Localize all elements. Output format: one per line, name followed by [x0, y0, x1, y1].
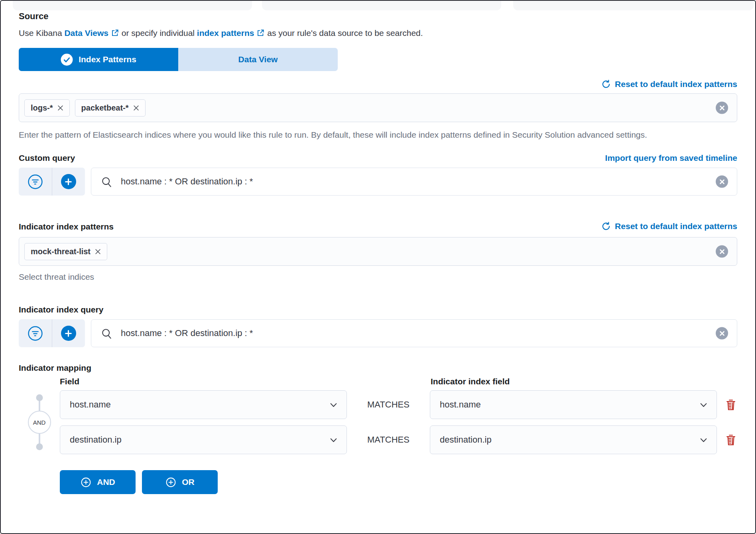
- refresh-icon: [601, 221, 611, 231]
- custom-query-input[interactable]: host.name : * OR destination.ip : *: [91, 168, 737, 196]
- indicator-field-select-value: host.name: [440, 400, 481, 410]
- trash-icon: [724, 398, 737, 411]
- delete-mapping-row-button[interactable]: [724, 433, 737, 447]
- chevron-down-icon: [699, 400, 709, 410]
- query-text: host.name : * OR destination.ip : *: [121, 328, 253, 338]
- source-title: Source: [19, 11, 737, 22]
- mapping-actions: AND OR: [60, 470, 737, 494]
- search-icon: [101, 328, 112, 339]
- clear-combobox-button[interactable]: [716, 245, 728, 258]
- remove-tag-icon[interactable]: [133, 105, 139, 111]
- external-link-icon: [111, 29, 119, 37]
- data-views-link[interactable]: Data Views: [64, 28, 119, 38]
- source-type-toggle: Index Patterns Data View: [19, 48, 338, 71]
- indicator-pattern-tag: mock-threat-list: [24, 243, 107, 260]
- remove-tag-icon[interactable]: [95, 249, 101, 255]
- matches-operator: MATCHES: [347, 435, 430, 445]
- source-description: Use Kibana Data Views or specify individ…: [19, 27, 737, 39]
- add-or-button[interactable]: OR: [142, 470, 218, 494]
- indicator-field-select-value: destination.ip: [440, 435, 492, 445]
- delete-mapping-row-button[interactable]: [724, 398, 737, 411]
- add-and-button[interactable]: AND: [60, 470, 136, 494]
- clear-query-button[interactable]: [716, 176, 728, 188]
- indicator-index-patterns-label: Indicator index patterns: [19, 222, 114, 231]
- connector-and-badge: AND: [28, 411, 51, 434]
- mapping-row: host.name MATCHES host.name: [19, 390, 737, 419]
- indicator-mapping-label: Indicator mapping: [19, 363, 91, 372]
- mapping-rows: AND host.name MATCHES host.name: [19, 390, 737, 454]
- toggle-label: Index Patterns: [79, 55, 136, 64]
- custom-query-bar: host.name : * OR destination.ip : *: [19, 168, 737, 196]
- clear-icon: [719, 330, 725, 336]
- index-patterns-help-text: Enter the pattern of Elasticsearch indic…: [19, 129, 737, 141]
- top-fragment: [513, 0, 754, 10]
- field-select-value: destination.ip: [70, 435, 122, 445]
- rule-source-panel: Source Use Kibana Data Views or specify …: [0, 0, 756, 534]
- plus-circle-icon: [80, 477, 92, 488]
- field-select[interactable]: host.name: [60, 390, 347, 419]
- filter-icon: [27, 325, 43, 342]
- plus-icon: [64, 178, 73, 186]
- top-fragment: [262, 0, 501, 10]
- description-text: as your rule's data source to be searche…: [265, 28, 423, 38]
- reset-default-index-patterns-link[interactable]: Reset to default index patterns: [601, 79, 737, 89]
- index-patterns-combobox[interactable]: logs-* packetbeat-*: [19, 93, 737, 122]
- plus-icon: [64, 329, 73, 338]
- mapping-row: destination.ip MATCHES destination.ip: [19, 425, 737, 454]
- indicator-query-bar: host.name : * OR destination.ip : *: [19, 319, 737, 347]
- description-text: Use Kibana: [19, 28, 64, 38]
- index-pattern-tag: logs-*: [24, 99, 70, 117]
- reset-default-indicator-patterns-link[interactable]: Reset to default index patterns: [601, 221, 737, 231]
- description-text: or specify individual: [119, 28, 197, 38]
- index-pattern-tag: packetbeat-*: [75, 99, 146, 117]
- plus-circle-icon: [165, 477, 177, 488]
- clear-icon: [719, 179, 725, 184]
- threat-indices-help-text: Select threat indices: [19, 272, 737, 282]
- query-filter-controls: [19, 168, 85, 196]
- search-icon: [101, 176, 112, 188]
- indicator-query-input[interactable]: host.name : * OR destination.ip : *: [91, 319, 737, 347]
- clear-combobox-button[interactable]: [716, 102, 728, 114]
- connector-dot: [36, 443, 43, 450]
- field-select[interactable]: destination.ip: [60, 425, 347, 454]
- clear-icon: [719, 249, 725, 254]
- field-select-value: host.name: [70, 400, 111, 410]
- add-filter-button[interactable]: [52, 319, 85, 347]
- indicator-index-patterns-combobox[interactable]: mock-threat-list: [19, 237, 737, 266]
- mapping-headers: Field Indicator index field: [19, 377, 737, 386]
- filter-icon: [27, 174, 43, 190]
- check-circle-icon: [61, 53, 73, 66]
- query-filter-controls: [19, 319, 85, 347]
- clear-query-button[interactable]: [716, 327, 728, 340]
- field-column-header: Field: [60, 377, 348, 386]
- matches-operator: MATCHES: [347, 400, 430, 410]
- refresh-icon: [601, 79, 611, 89]
- indicator-field-column-header: Indicator index field: [431, 377, 719, 386]
- indicator-index-query-label: Indicator index query: [19, 305, 103, 314]
- filter-settings-button[interactable]: [19, 168, 52, 196]
- chevron-down-icon: [699, 435, 709, 445]
- custom-query-label: Custom query: [19, 153, 75, 163]
- chevron-down-icon: [329, 400, 339, 410]
- connector-dot: [36, 394, 43, 401]
- toggle-label: Data View: [238, 55, 278, 64]
- top-fragment: [13, 0, 252, 10]
- index-patterns-link[interactable]: index patterns: [197, 28, 265, 38]
- indicator-field-select[interactable]: destination.ip: [430, 425, 717, 454]
- add-filter-button[interactable]: [52, 168, 85, 196]
- chevron-down-icon: [329, 435, 339, 445]
- query-text: host.name : * OR destination.ip : *: [121, 176, 253, 187]
- clear-icon: [719, 105, 725, 111]
- external-link-icon: [256, 29, 265, 37]
- remove-tag-icon[interactable]: [57, 105, 63, 111]
- index-patterns-toggle-button[interactable]: Index Patterns: [19, 48, 178, 71]
- and-connector: AND: [19, 394, 60, 451]
- indicator-field-select[interactable]: host.name: [430, 390, 717, 419]
- data-view-toggle-button[interactable]: Data View: [178, 48, 338, 71]
- trash-icon: [724, 433, 737, 447]
- import-saved-timeline-link[interactable]: Import query from saved timeline: [605, 153, 737, 163]
- filter-settings-button[interactable]: [19, 319, 52, 347]
